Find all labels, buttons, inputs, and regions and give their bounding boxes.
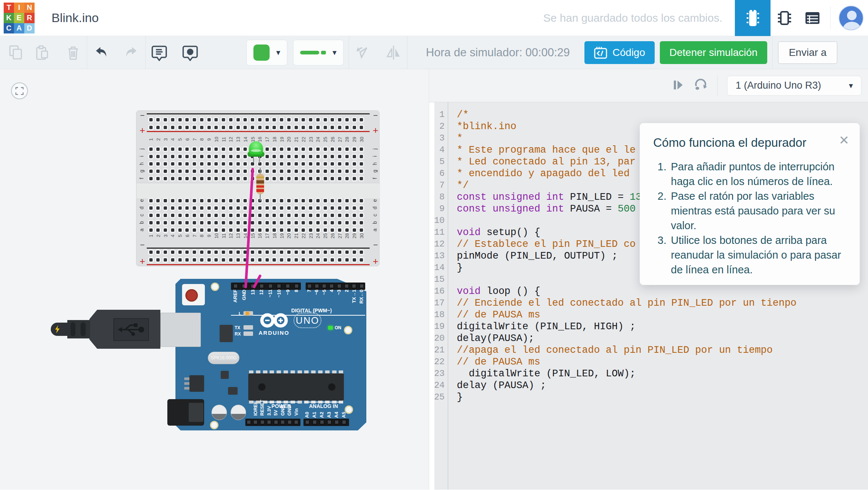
rotate-button[interactable] <box>354 44 371 61</box>
led[interactable] <box>249 141 263 155</box>
chip-icon <box>746 9 760 27</box>
tab-component-list[interactable] <box>798 0 826 36</box>
step-over-icon <box>672 79 684 91</box>
resistor-band <box>256 189 264 192</box>
eye-label-icon <box>182 44 199 61</box>
resume-button[interactable] <box>694 79 708 93</box>
color-swatch-green <box>253 45 270 61</box>
chevron-down-icon: ▾ <box>332 48 337 57</box>
top-header: TINKERCAD Blink.ino Se han guardado todo… <box>0 0 868 36</box>
avatar-head <box>847 11 857 20</box>
debug-toolbar: 1 (Arduino Uno R3) ▾ <box>429 69 868 102</box>
toolbar-divider <box>717 75 718 96</box>
notes-icon <box>151 44 168 61</box>
notes-button[interactable] <box>151 44 168 61</box>
saved-status: Se han guardado todos los cambios. <box>543 12 722 24</box>
simulator-time: Hora de simulador: 00:00:29 <box>426 46 570 59</box>
copy-icon <box>8 45 24 61</box>
debugger-help-popup: Cómo funciona el depurador ✕ Para añadir… <box>640 123 860 285</box>
send-to-button[interactable]: Enviar a <box>778 41 838 64</box>
tab-components[interactable] <box>735 0 771 36</box>
delete-button[interactable] <box>65 44 82 61</box>
resistor-band <box>256 185 264 188</box>
ic-debug-icon <box>776 10 793 26</box>
circuit-canvas[interactable]: 1122334455667788991010111112121313141415… <box>0 69 429 490</box>
resistor-band <box>256 180 264 184</box>
popup-title: Cómo funciona el depurador <box>653 136 846 150</box>
line-numbers[interactable]: 1234567891011121314151617181920212223242… <box>429 109 445 403</box>
avatar-body <box>843 22 861 31</box>
rotate-icon <box>354 44 371 61</box>
resistor[interactable] <box>256 174 264 194</box>
undo-icon <box>92 44 109 61</box>
code-button[interactable]: Código <box>584 41 655 64</box>
edit-toolbar: ▾ ▾ Hora de simulador: 00:00:29 Código <box>0 36 868 69</box>
wire-gnd <box>246 169 253 287</box>
resistor-band <box>256 177 264 178</box>
wires-layer <box>0 69 429 490</box>
copy-button[interactable] <box>7 44 24 61</box>
gutter-divider <box>448 102 448 490</box>
step-over-button[interactable] <box>672 79 684 92</box>
paste-icon <box>34 45 50 61</box>
code-button-label: Código <box>612 47 645 58</box>
color-dropdown[interactable]: ▾ <box>246 40 287 65</box>
led-highlight <box>251 149 261 152</box>
mirror-icon <box>385 44 402 61</box>
chevron-down-icon: ▾ <box>849 81 853 90</box>
chevron-down-icon: ▾ <box>276 48 280 57</box>
wire-style-dropdown[interactable]: ▾ <box>293 40 344 65</box>
popup-instructions: Para añadir puntos de interrupción haga … <box>653 159 846 277</box>
document-title: Blink.ino <box>51 11 99 25</box>
popup-instruction-item: Utilice los botones de arriba para reanu… <box>669 233 846 277</box>
board-selector-dropdown[interactable]: 1 (Arduino Uno R3) ▾ <box>727 76 861 96</box>
list-table-icon <box>804 10 821 26</box>
view-label-button[interactable] <box>182 44 199 61</box>
resume-icon <box>694 79 708 91</box>
wire-style-glyph <box>300 51 326 54</box>
stop-simulation-button[interactable]: Detener simulación <box>660 41 767 64</box>
close-icon[interactable]: ✕ <box>839 133 850 148</box>
redo-icon <box>123 44 140 61</box>
board-selector-value: 1 (Arduino Uno R3) <box>736 80 821 91</box>
popup-instruction-item: Pase el ratón por las variables mientras… <box>669 189 846 233</box>
redo-button[interactable] <box>123 44 140 61</box>
user-avatar[interactable] <box>839 6 864 31</box>
led-leg <box>253 156 254 163</box>
stop-button-label: Detener simulación <box>669 47 758 58</box>
paste-button[interactable] <box>34 44 51 61</box>
code-panel: 1 (Arduino Uno R3) ▾ 1234567891011121314… <box>429 69 868 490</box>
tinkercad-logo[interactable]: TINKERCAD <box>4 3 35 33</box>
mirror-button[interactable] <box>385 44 402 61</box>
tab-debugger[interactable] <box>771 0 798 36</box>
code-window-icon <box>594 46 607 59</box>
undo-button[interactable] <box>92 44 109 61</box>
trash-icon <box>65 45 81 61</box>
header-divider <box>830 6 830 30</box>
wire-pin13 <box>254 276 260 287</box>
popup-instruction-item: Para añadir puntos de interrupción haga … <box>669 159 846 189</box>
send-button-label: Enviar a <box>789 47 827 58</box>
